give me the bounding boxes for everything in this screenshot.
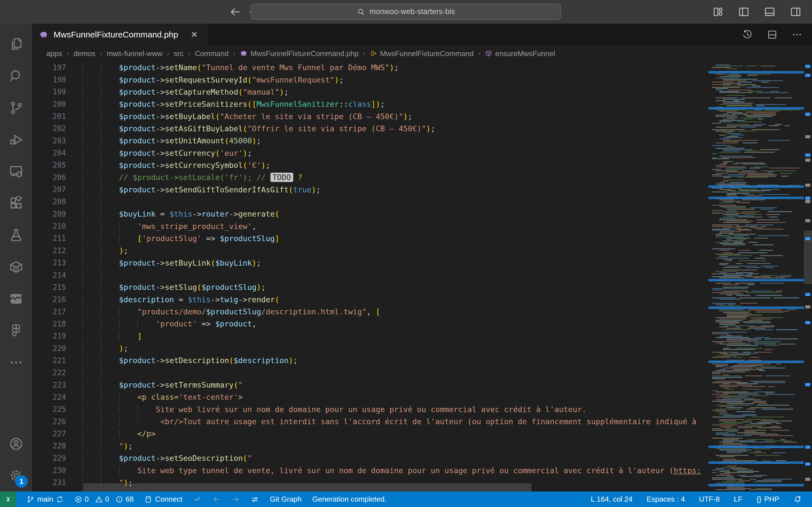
tab-mwsfunnelfixturecommand[interactable]: MwsFunnelFixtureCommand.php ✕ [32,24,207,45]
git-graph-status[interactable]: Git Graph [269,492,302,507]
language-mode-status[interactable]: {} PHP [756,495,780,504]
line-number[interactable]: 201 [32,112,66,121]
line-number[interactable]: 205 [32,161,66,169]
code-line[interactable]: 222 [32,367,709,379]
code-line[interactable]: 220 ); [32,342,709,354]
line-number[interactable]: 229 [32,454,66,462]
code-line[interactable]: 217 "products/demo/$productSlug/descript… [32,305,709,318]
line-number[interactable]: 202 [32,124,66,133]
line-number[interactable]: 231 [32,478,66,487]
code-line[interactable]: 225 Site web livré sur un nom de domaine… [32,403,709,415]
line-number[interactable]: 230 [32,466,66,474]
line-number[interactable]: 208 [32,198,66,206]
breadcrumb-item-demos[interactable]: demos [73,49,95,58]
timeline-history-icon[interactable] [742,29,753,40]
line-number[interactable]: 224 [32,393,66,401]
code-line[interactable]: 230 Site web type tunnel de vente, livré… [32,464,709,476]
code-line[interactable]: 229 $product->setSeoDescription(" [32,452,709,464]
line-number[interactable]: 227 [32,430,66,438]
sidebar-item-search[interactable] [0,60,32,92]
line-number[interactable]: 222 [32,369,66,377]
line-number[interactable]: 212 [32,246,66,255]
line-number[interactable]: 218 [32,320,66,328]
toggle-secondary-sidebar-button[interactable] [790,6,802,18]
problems-status[interactable]: 0 0 68 [74,492,134,507]
line-number[interactable]: 232 [32,491,66,492]
sidebar-item-snippets[interactable] [0,283,32,315]
sidebar-item-run-debug[interactable] [0,124,32,156]
minimap[interactable] [709,61,804,492]
code-line[interactable]: 208 [32,196,709,208]
customize-layout-button[interactable] [712,6,724,18]
line-number[interactable]: 214 [32,271,66,279]
line-number[interactable]: 199 [32,88,66,96]
breadcrumb-item-ensuremwsfunnel[interactable]: ensureMwsFunnel [485,49,555,58]
code-line[interactable]: 224 <p class='text-center'> [32,391,709,403]
split-editor-icon[interactable] [767,29,777,40]
eol-status[interactable]: LF [733,495,743,504]
more-actions-icon[interactable] [792,29,802,40]
code-line[interactable]: 204 $product->setCurrency('eur'); [32,147,709,159]
nav-back-button[interactable] [227,4,243,20]
code-line[interactable]: 215 $product->setSlug($productSlug); [32,281,709,293]
line-number[interactable]: 217 [32,307,66,316]
code-line[interactable]: 205 $product->setCurrencySymbol('€'); [32,159,709,171]
line-number[interactable]: 213 [32,259,66,267]
sidebar-item-docker[interactable] [0,251,32,283]
line-number[interactable]: 200 [32,100,66,108]
line-number[interactable]: 221 [32,356,66,365]
code-line[interactable]: 209 $buyLink = $this->router->generate( [32,208,709,220]
line-number[interactable]: 197 [32,63,66,72]
line-number[interactable]: 219 [32,332,66,340]
line-number[interactable]: 223 [32,381,66,389]
nav-back-status[interactable] [212,492,221,507]
line-number[interactable]: 216 [32,295,66,304]
line-number[interactable]: 206 [32,173,66,182]
code-line[interactable]: 212 ); [32,244,709,257]
code-line[interactable]: 218 'product' => $product, [32,318,709,330]
code-content[interactable]: 197 $product->setName("Tunnel de vente M… [32,61,709,492]
line-number[interactable]: 207 [32,185,66,194]
breadcrumb-item-command[interactable]: Command [195,49,229,58]
toggle-panel-button[interactable] [763,6,776,18]
branch-status[interactable]: main [26,492,64,507]
code-line[interactable]: 198 $product->setRequestSurveyId("mwsFun… [32,73,709,86]
breadcrumb-item-apps[interactable]: apps [46,49,62,58]
line-number[interactable]: 211 [32,234,66,242]
tab-close-button[interactable]: ✕ [189,30,200,40]
sidebar-item-explorer[interactable] [0,28,32,60]
code-line[interactable]: 226 <br/>Tout autre usage est interdit s… [32,415,709,428]
eye-closed-status[interactable] [193,492,202,507]
line-number[interactable]: 228 [32,442,66,450]
breadcrumb-item-src[interactable]: src [174,49,184,58]
code-line[interactable]: 201 $product->setBuyLabel("Acheter le si… [32,110,709,122]
code-line[interactable]: 197 $product->setName("Tunnel de vente M… [32,61,709,73]
sidebar-item-remote-explorer[interactable] [0,156,32,187]
code-line[interactable]: 202 $product->setAsGiftBuyLabel("Offrir … [32,122,709,135]
code-line[interactable]: 200 $product->setPriceSanitizers([MwsFun… [32,98,709,110]
code-line[interactable]: 211 ['productSlug' => $productSlug] [32,232,709,244]
encoding-status[interactable]: UTF-8 [698,495,720,504]
code-line[interactable]: 207 $product->setSendGiftToSenderIfAsGif… [32,183,709,195]
line-number[interactable]: 204 [32,149,66,157]
code-line[interactable]: 214 [32,269,709,281]
code-line[interactable]: 206 // $product->setLocale('fr'); // TOD… [32,171,709,183]
code-line[interactable]: 219 ] [32,330,709,342]
breadcrumb-item-mwsfunnelfixturecommand-php[interactable]: MwsFunnelFixtureCommand.php [240,49,359,58]
notifications-status[interactable] [793,495,802,504]
sidebar-item-more[interactable] [0,346,32,378]
code-line[interactable]: 210 'mws_stripe_product_view', [32,220,709,232]
code-editor[interactable]: 197 $product->setName("Tunnel de vente M… [32,61,812,492]
code-line[interactable]: 199 $product->setCaptureMethod("manual")… [32,86,709,98]
line-number[interactable]: 209 [32,210,66,218]
settings-button[interactable]: 1 [0,460,32,492]
connect-status[interactable]: Connect [144,492,183,507]
line-number[interactable]: 198 [32,75,66,84]
horizontal-scrollbar[interactable] [83,483,531,492]
overview-ruler-scrollbar[interactable] [804,61,812,492]
code-line[interactable]: 203 $product->setUnitAmount(45000); [32,135,709,147]
sidebar-item-extensions[interactable] [0,187,32,219]
line-number[interactable]: 226 [32,417,66,426]
code-line[interactable]: 223 $product->setTermsSummary(" [32,379,709,391]
breadcrumb-item-mws-funnel-www[interactable]: mws-funnel-www [107,49,162,58]
